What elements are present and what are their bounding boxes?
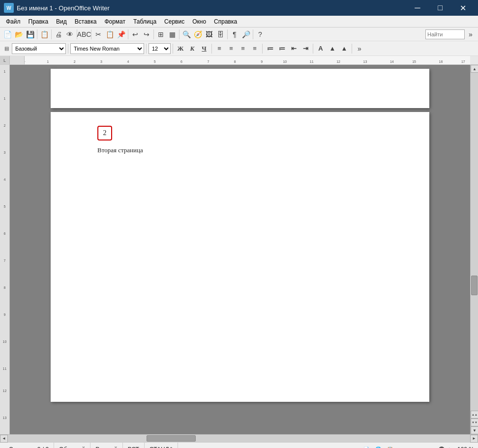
menu-table[interactable]: Таблица xyxy=(129,17,160,26)
font-size-select[interactable]: 12 xyxy=(149,43,171,54)
insert-table-button[interactable]: ▦ xyxy=(167,29,178,40)
pdf-button[interactable]: 📋 xyxy=(39,29,50,40)
help-button[interactable]: ? xyxy=(255,29,266,40)
undo-button[interactable]: ↩ xyxy=(130,29,141,40)
navigator-button[interactable]: 🧭 xyxy=(192,29,203,40)
menu-format[interactable]: Формат xyxy=(100,17,129,26)
sep1 xyxy=(37,29,37,39)
underline-button[interactable]: Ч xyxy=(199,43,209,54)
cut-button[interactable]: ✂ xyxy=(93,29,104,40)
gallery-button[interactable]: 🖼 xyxy=(204,29,214,40)
sep-fmt7 xyxy=(352,44,352,54)
status-style: Обычный xyxy=(54,443,90,448)
zoom-plus-button[interactable]: + xyxy=(447,446,452,448)
formatting-toolbar: ▤ Базовый Times New Roman 12 Ж К Ч ≡ ≡ ≡… xyxy=(0,41,478,56)
maximize-button[interactable]: □ xyxy=(429,0,451,16)
outdent-button[interactable]: ⇤ xyxy=(288,43,299,54)
align-right-button[interactable]: ≡ xyxy=(238,43,248,54)
sep4 xyxy=(91,29,91,39)
scroll-thumb[interactable] xyxy=(471,276,478,295)
scroll-page-up-button[interactable]: ▲▲ xyxy=(471,411,478,419)
font-select[interactable]: Times New Roman xyxy=(70,43,144,54)
formatting-expand-button[interactable]: » xyxy=(354,43,365,54)
view-web-button[interactable]: 🌐 xyxy=(373,444,384,448)
nonprint-button[interactable]: ¶ xyxy=(229,29,240,40)
status-selection-mode[interactable]: СТАНД * xyxy=(145,443,178,448)
menu-file[interactable]: Файл xyxy=(2,17,25,26)
status-right-area: 📄 🌐 📋 − + 100 % xyxy=(361,444,474,448)
sep-fmt3 xyxy=(173,44,173,54)
scroll-page-down-button[interactable]: ▼▼ xyxy=(471,419,478,426)
dbrowser-button[interactable]: 🗄 xyxy=(215,29,226,40)
italic-button[interactable]: К xyxy=(187,43,198,54)
document-area[interactable]: 2 Вторая страница xyxy=(10,65,470,434)
menu-help[interactable]: Справка xyxy=(210,17,241,26)
ruler-inner: · 1 2 3 4 5 6 7 8 9 10 11 12 13 14 15 16… xyxy=(25,56,470,64)
find-toolbar-input[interactable] xyxy=(425,29,465,39)
menu-edit[interactable]: Правка xyxy=(25,17,53,26)
minimize-button[interactable]: ─ xyxy=(406,0,429,16)
paragraph-style-select[interactable]: Базовый xyxy=(12,43,66,54)
highlight-button[interactable]: ▲ xyxy=(327,43,338,54)
menu-tools[interactable]: Сервис xyxy=(160,17,188,26)
statusbar: Страница 2 / 2 Обычный Русский ВСТ СТАНД… xyxy=(0,442,478,448)
zoom-minus-button[interactable]: − xyxy=(397,446,403,448)
find-button[interactable]: 🔍 xyxy=(181,29,192,40)
table-button[interactable]: ⊞ xyxy=(155,29,166,40)
horizontal-ruler: · 1 2 3 4 5 6 7 8 9 10 11 12 13 14 15 16… xyxy=(0,56,478,65)
scroll-up-button[interactable]: ▲ xyxy=(471,65,478,73)
align-left-button[interactable]: ≡ xyxy=(214,43,225,54)
sep-fmt2 xyxy=(146,44,147,54)
hscroll-thumb[interactable] xyxy=(147,435,196,442)
indent-button[interactable]: ⇥ xyxy=(300,43,311,54)
sep9 xyxy=(253,29,253,39)
titlebar: W Без имени 1 - OpenOffice Writer ─ □ ✕ xyxy=(0,0,478,16)
char-highlight-button[interactable]: ▲ xyxy=(339,43,350,54)
main-area: 1 1 2 3 4 5 6 7 8 9 10 11 12 13 2 Вторая… xyxy=(0,65,478,434)
bullets-button[interactable]: ≔ xyxy=(276,43,287,54)
window-title: Без имени 1 - OpenOffice Writer xyxy=(17,4,406,12)
scroll-down-button[interactable]: ▼ xyxy=(471,426,478,434)
zoom-button[interactable]: 🔎 xyxy=(240,29,251,40)
zoom-thumb[interactable] xyxy=(439,447,445,448)
sep-fmt5 xyxy=(262,44,263,54)
view-print-button[interactable]: 📋 xyxy=(385,444,395,448)
page-1 xyxy=(51,69,429,108)
font-color-button[interactable]: A xyxy=(315,43,326,54)
copy-button[interactable]: 📋 xyxy=(104,29,115,40)
page2-content: Вторая страница xyxy=(97,146,143,154)
redo-button[interactable]: ↪ xyxy=(141,29,152,40)
vertical-scrollbar[interactable]: ▲ ▲▲ ▼▼ ▼ xyxy=(470,65,478,434)
align-justify-button[interactable]: ≡ xyxy=(249,43,260,54)
menu-insert[interactable]: Вставка xyxy=(71,17,101,26)
hscroll-right-button[interactable]: ► xyxy=(470,435,478,443)
menu-window[interactable]: Окно xyxy=(188,17,210,26)
sep2 xyxy=(51,29,52,39)
close-button[interactable]: ✕ xyxy=(451,0,474,16)
hscroll-left-button[interactable]: ◄ xyxy=(0,435,8,443)
sep7 xyxy=(179,29,179,39)
numbering-button[interactable]: ≔ xyxy=(265,43,275,54)
sep5 xyxy=(128,29,128,39)
open-button[interactable]: 📂 xyxy=(13,29,24,40)
scroll-track[interactable] xyxy=(471,73,478,411)
page-number-text: 2 xyxy=(103,129,107,137)
hscroll-track[interactable] xyxy=(8,435,470,442)
sep6 xyxy=(153,29,154,39)
new-button[interactable]: 📄 xyxy=(2,29,13,40)
horizontal-scrollbar[interactable]: ◄ ► xyxy=(0,434,478,442)
status-insert-mode[interactable]: ВСТ xyxy=(123,443,145,448)
view-normal-button[interactable]: 📄 xyxy=(361,444,372,448)
spellcheck-button[interactable]: ABC xyxy=(79,29,90,40)
print-preview-button[interactable]: 👁 xyxy=(64,29,75,40)
sep-fmt6 xyxy=(313,44,313,54)
bold-button[interactable]: Ж xyxy=(175,43,186,54)
app-icon: W xyxy=(4,3,14,13)
align-center-button[interactable]: ≡ xyxy=(226,43,237,54)
paste-button[interactable]: 📌 xyxy=(116,29,126,40)
save-button[interactable]: 💾 xyxy=(25,29,35,40)
main-toolbar: 📄 📂 💾 📋 🖨 👁 ABC ✂ 📋 📌 ↩ ↪ ⊞ ▦ 🔍 🧭 🖼 🗄 ¶ … xyxy=(0,28,478,41)
menu-view[interactable]: Вид xyxy=(52,17,71,26)
print-button[interactable]: 🖨 xyxy=(53,29,64,40)
toolbar-expand-button[interactable]: » xyxy=(465,29,476,40)
